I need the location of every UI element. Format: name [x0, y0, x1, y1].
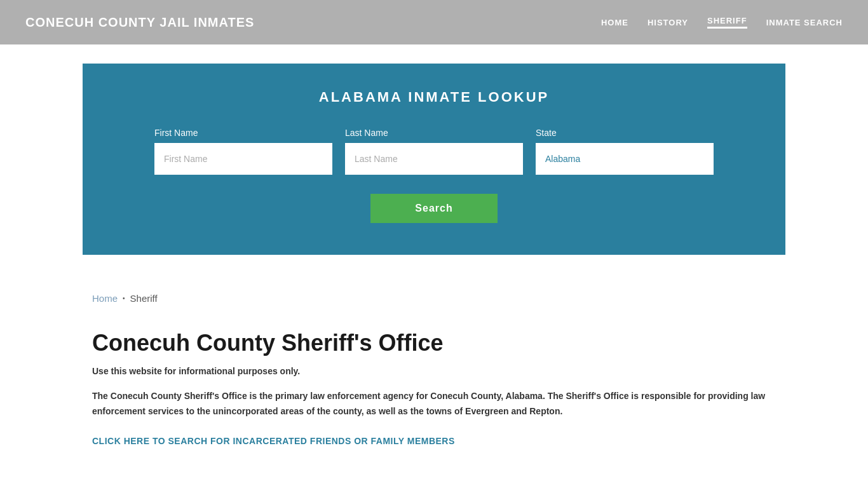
search-button[interactable]: Search	[370, 194, 497, 223]
first-name-input[interactable]	[154, 143, 332, 175]
search-panel: ALABAMA INMATE LOOKUP First Name Last Na…	[83, 64, 785, 255]
state-input[interactable]	[536, 143, 714, 175]
first-name-group: First Name	[154, 128, 332, 175]
nav-history[interactable]: HISTORY	[648, 18, 688, 27]
last-name-label: Last Name	[345, 128, 523, 138]
disclaimer-text: Use this website for informational purpo…	[92, 366, 776, 376]
cta-link[interactable]: CLICK HERE to Search for Incarcerated Fr…	[92, 436, 455, 446]
search-panel-title: ALABAMA INMATE LOOKUP	[95, 89, 773, 105]
nav-home[interactable]: HOME	[601, 18, 628, 27]
nav-inmate-search[interactable]: INMATE SEARCH	[766, 18, 843, 27]
search-button-wrap: Search	[95, 194, 773, 223]
first-name-label: First Name	[154, 128, 332, 138]
state-label: State	[536, 128, 714, 138]
page-title: Conecuh County Sheriff's Office	[92, 329, 776, 356]
description-text: The Conecuh County Sheriff's Office is t…	[92, 389, 776, 419]
state-group: State	[536, 128, 714, 175]
site-title: CONECUH COUNTY JAIL INMATES	[25, 15, 254, 30]
breadcrumb-current: Sheriff	[130, 293, 158, 304]
breadcrumb: Home • Sheriff	[92, 293, 776, 304]
breadcrumb-home[interactable]: Home	[92, 293, 118, 304]
last-name-input[interactable]	[345, 143, 523, 175]
last-name-group: Last Name	[345, 128, 523, 175]
breadcrumb-separator: •	[123, 295, 125, 302]
nav-sheriff[interactable]: SHERIFF	[707, 16, 747, 29]
search-fields: First Name Last Name State	[95, 128, 773, 175]
main-content: Home • Sheriff Conecuh County Sheriff's …	[0, 274, 868, 465]
site-header: CONECUH COUNTY JAIL INMATES HOME HISTORY…	[0, 0, 868, 44]
main-nav: HOME HISTORY SHERIFF INMATE SEARCH	[601, 16, 843, 29]
